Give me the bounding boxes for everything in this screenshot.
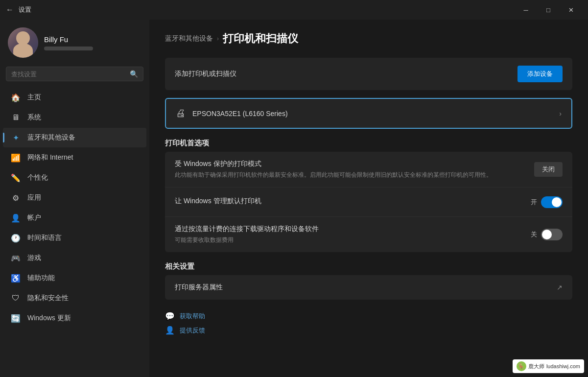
watermark-text: 鹿大师	[528, 363, 544, 370]
breadcrumb-separator: ›	[217, 35, 219, 42]
windows-protection-title: 受 Windows 保护的打印模式	[175, 160, 524, 168]
printer-name: EPSON3A52E1 (L6160 Series)	[192, 110, 552, 118]
printer-chevron-icon: ›	[559, 110, 562, 118]
time-icon: 🕐	[11, 233, 21, 243]
gaming-icon: 🎮	[11, 253, 21, 263]
titlebar-controls: ─ □ ✕	[515, 0, 582, 20]
add-printer-section: 添加打印机或扫描仪 添加设备	[165, 58, 572, 90]
metered-toggle[interactable]	[541, 229, 563, 240]
privacy-icon: 🛡	[11, 293, 21, 303]
search-box: 🔍	[6, 67, 143, 81]
apps-icon: ⚙	[11, 193, 21, 203]
sidebar-item-accounts[interactable]: 👤 帐户	[3, 208, 146, 228]
home-icon: 🏠	[11, 93, 21, 102]
accessibility-icon: ♿	[11, 273, 21, 283]
related-settings-section: 相关设置 打印服务器属性 ↗	[165, 262, 572, 300]
add-printer-label: 添加打印机或扫描仪	[175, 70, 236, 78]
breadcrumb-parent[interactable]: 蓝牙和其他设备	[165, 34, 213, 43]
sidebar-label-apps: 应用	[27, 193, 41, 202]
printer-prefs-card: 受 Windows 保护的打印模式 此功能有助于确保采用打印机软件的最新安全标准…	[165, 152, 572, 252]
settings-row-windows-protection: 受 Windows 保护的打印模式 此功能有助于确保采用打印机软件的最新安全标准…	[165, 152, 572, 188]
sidebar-item-update[interactable]: 🔄 Windows 更新	[3, 308, 146, 328]
sidebar-item-accessibility[interactable]: ♿ 辅助功能	[3, 268, 146, 288]
metered-toggle-label: 关	[531, 230, 537, 239]
feedback-icon: 👤	[165, 326, 175, 335]
printer-icon: 🖨	[176, 108, 186, 119]
help-icon: 💬	[165, 311, 175, 321]
user-info: Billy Fu	[44, 35, 93, 50]
watermark-icon: 🦌	[517, 361, 526, 371]
sidebar-item-home[interactable]: 🏠 主页	[3, 88, 146, 107]
feedback-label: 提供反馈	[180, 326, 205, 335]
manage-default-title: 让 Windows 管理默认打印机	[175, 197, 521, 206]
user-name: Billy Fu	[44, 35, 93, 44]
app-body: Billy Fu 🔍 🏠 主页 🖥 系统 ✦ 蓝牙和其他设备	[0, 20, 588, 377]
windows-protection-desc: 此功能有助于确保采用打印机软件的最新安全标准。启用此功能可能会限制使用旧的默认安…	[175, 170, 524, 179]
sidebar-label-personalize: 个性化	[27, 173, 48, 182]
print-server-label: 打印服务器属性	[175, 283, 223, 292]
manage-default-toggle-label: 开	[531, 198, 537, 207]
metered-toggle-thumb	[542, 230, 552, 239]
printer-prefs-header: 打印机首选项	[165, 139, 572, 148]
sidebar-label-update: Windows 更新	[27, 314, 71, 323]
sidebar: Billy Fu 🔍 🏠 主页 🖥 系统 ✦ 蓝牙和其他设备	[0, 20, 149, 377]
breadcrumb: 蓝牙和其他设备 › 打印机和扫描仪	[165, 31, 572, 46]
sidebar-label-network: 网络和 Internet	[27, 153, 73, 162]
page-title: 打印机和扫描仪	[223, 31, 298, 46]
windows-protection-button[interactable]: 关闭	[534, 162, 563, 177]
sidebar-item-apps[interactable]: ⚙ 应用	[3, 188, 146, 208]
watermark: 🦌 鹿大师 ludashiwj.com	[513, 359, 584, 373]
related-settings-header: 相关设置	[165, 262, 572, 271]
settings-row-manage-default: 让 Windows 管理默认打印机 开	[165, 188, 572, 217]
sidebar-item-network[interactable]: 📶 网络和 Internet	[3, 148, 146, 167]
close-button[interactable]: ✕	[560, 0, 582, 20]
feedback-link[interactable]: 👤 提供反馈	[165, 326, 572, 335]
sidebar-item-bluetooth[interactable]: ✦ 蓝牙和其他设备	[3, 128, 146, 147]
maximize-button[interactable]: □	[537, 0, 560, 20]
user-section[interactable]: Billy Fu	[0, 20, 149, 63]
titlebar: ← 设置 ─ □ ✕	[0, 0, 588, 20]
sidebar-label-system: 系统	[27, 113, 41, 122]
sidebar-label-privacy: 隐私和安全性	[27, 294, 69, 303]
sidebar-label-bluetooth: 蓝牙和其他设备	[27, 133, 75, 142]
print-server-row[interactable]: 打印服务器属性 ↗	[165, 275, 572, 300]
printer-item[interactable]: 🖨 EPSON3A52E1 (L6160 Series) ›	[165, 98, 572, 129]
update-icon: 🔄	[11, 313, 21, 323]
system-icon: 🖥	[11, 113, 21, 122]
sidebar-label-time: 时间和语言	[27, 234, 62, 242]
search-icon: 🔍	[130, 70, 138, 78]
help-label: 获取帮助	[180, 312, 205, 321]
content-area: 蓝牙和其他设备 › 打印机和扫描仪 添加打印机或扫描仪 添加设备 🖨 EPSON…	[149, 20, 588, 377]
network-icon: 📶	[11, 153, 21, 163]
sidebar-item-gaming[interactable]: 🎮 游戏	[3, 248, 146, 268]
avatar	[8, 27, 38, 58]
nav-list: 🏠 主页 🖥 系统 ✦ 蓝牙和其他设备 📶 网络和 Internet ✏️ 个性…	[0, 85, 149, 377]
metered-title: 通过按流量计费的连接下载驱动程序和设备软件	[175, 225, 521, 234]
printer-prefs-section: 打印机首选项 受 Windows 保护的打印模式 此功能有助于确保采用打印机软件…	[165, 139, 572, 252]
search-container: 🔍	[0, 63, 149, 85]
sidebar-label-gaming: 游戏	[27, 254, 41, 262]
minimize-button[interactable]: ─	[515, 0, 537, 20]
sidebar-label-accessibility: 辅助功能	[27, 274, 55, 283]
help-link[interactable]: 💬 获取帮助	[165, 311, 572, 321]
accounts-icon: 👤	[11, 213, 21, 223]
external-link-icon: ↗	[557, 283, 563, 291]
sidebar-item-system[interactable]: 🖥 系统	[3, 108, 146, 127]
sidebar-item-privacy[interactable]: 🛡 隐私和安全性	[3, 288, 146, 308]
sidebar-item-time[interactable]: 🕐 时间和语言	[3, 228, 146, 248]
search-input[interactable]	[11, 71, 126, 78]
titlebar-left: ← 设置	[6, 5, 31, 14]
settings-row-metered: 通过按流量计费的连接下载驱动程序和设备软件 可能需要收取数据费用 关	[165, 217, 572, 252]
manage-default-toggle-thumb	[552, 197, 562, 207]
manage-default-toggle[interactable]	[541, 196, 563, 208]
user-status-bar	[44, 47, 93, 50]
bluetooth-icon: ✦	[11, 133, 21, 142]
titlebar-title: 设置	[19, 5, 31, 14]
personalize-icon: ✏️	[11, 173, 21, 183]
footer-links: 💬 获取帮助 👤 提供反馈	[165, 311, 572, 343]
sidebar-item-personalize[interactable]: ✏️ 个性化	[3, 168, 146, 188]
sidebar-label-accounts: 帐户	[27, 213, 41, 222]
sidebar-label-home: 主页	[27, 93, 41, 102]
back-button[interactable]: ←	[6, 5, 14, 14]
add-device-button[interactable]: 添加设备	[517, 66, 563, 82]
